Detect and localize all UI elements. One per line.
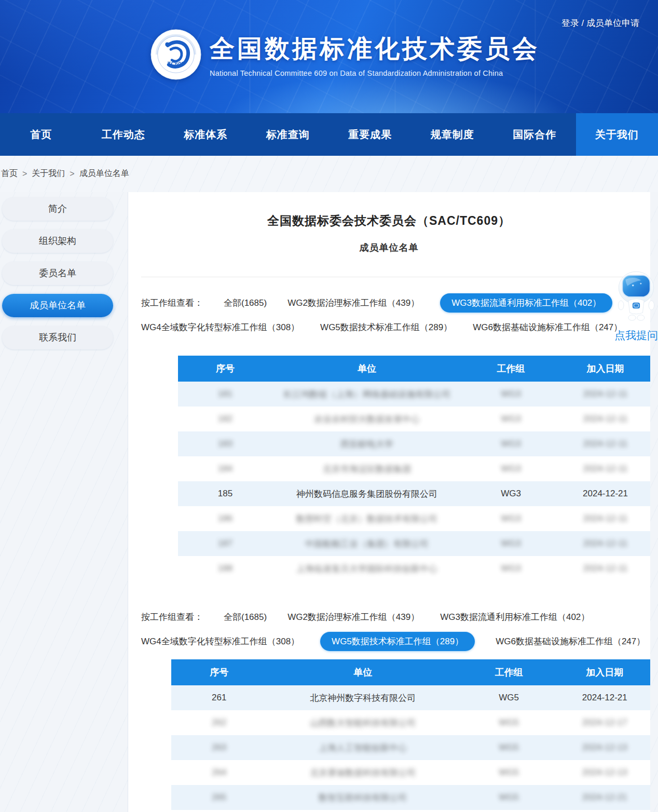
table-row: 187 中国船舶工业（集团）有限公司 WG3 2024-12-11 [178,531,650,556]
filter-wg3-active[interactable]: WG3数据流通利用标准工作组（402） [440,293,612,313]
cell-serial: 188 [178,563,272,574]
nav-item-achievements[interactable]: 重要成果 [329,113,412,156]
filter-line: WG4全域数字化转型标准工作组（308） WG5数据技术标准工作组（289） W… [141,631,637,651]
column-header-workgroup: 工作组 [461,362,560,375]
filter-wg3[interactable]: WG3数据流通利用标准工作组（402） [440,611,590,623]
table-row-highlight-261: 261 北京神州数字科技有限公司 WG5 2024-12-21 [171,685,650,710]
assistant-prompt-label[interactable]: 点我提问 [614,328,658,343]
cell-serial: 264 [171,767,267,778]
filter-wg6[interactable]: WG6数据基础设施标准工作组（247） [473,321,622,333]
cell-serial: 182 [178,414,272,424]
cell-join-date: 2024-12-11 [560,538,650,549]
filter-wg2[interactable]: WG2数据治理标准工作组（439） [287,611,419,623]
cell-serial: 186 [178,513,272,524]
nav-item-regulations[interactable]: 规章制度 [412,113,494,156]
table-row: 182 农业农村部大数据发展中心 WG3 2024-12-11 [178,407,650,431]
breadcrumb-about[interactable]: 关于我们 [32,168,65,179]
site-subtitle: National Technical Committee 609 on Data… [210,69,540,77]
breadcrumb-home[interactable]: 首页 [1,168,18,179]
cell-unit: 数慧时空（北京）数据技术有限公司 [272,513,461,525]
column-header-serial: 序号 [178,362,272,375]
assistant-widget[interactable]: 点我提问 [614,270,658,343]
nav-item-standard-system[interactable]: 标准体系 [164,113,247,156]
breadcrumb-separator: > [22,169,27,179]
nav-item-standard-search[interactable]: 标准查询 [247,113,330,156]
table-row: 264 北京赛迪数据科技有限公司 WG5 2024-12-13 [171,760,650,785]
breadcrumb: 首页 > 关于我们 > 成员单位名单 [0,156,658,192]
filter-all[interactable]: 全部(1685) [224,611,267,623]
column-header-workgroup: 工作组 [459,666,559,679]
nav-item-international[interactable]: 国际合作 [494,113,576,156]
sidebar-item-org-structure[interactable]: 组织架构 [2,229,113,253]
login-link[interactable]: 登录 / 成员单位申请 [561,17,639,29]
cell-workgroup: WG3 [461,389,560,399]
nav-item-work-news[interactable]: 工作动态 [83,113,165,156]
sidebar-item-intro[interactable]: 简介 [2,197,113,221]
cell-unit: 长江鸿数链（上海）网络基础设施有限公司 [272,388,461,400]
filter-wg2[interactable]: WG2数据治理标准工作组（439） [287,297,419,309]
sidebar-item-committee-list[interactable]: 委员名单 [2,262,113,285]
assistant-robot-icon[interactable] [615,270,657,324]
table-row: 181 长江鸿数链（上海）网络基础设施有限公司 WG3 2024-12-11 [178,382,650,407]
cell-serial: 183 [178,439,272,449]
cell-workgroup: WG5 [459,718,559,728]
cell-join-date: 2024-12-11 [560,464,650,474]
nav-item-home[interactable]: 首页 [0,113,83,156]
tc609-logo-icon[interactable]: TC609 [150,29,201,80]
cell-unit: 北京赛迪数据科技有限公司 [267,767,459,779]
cell-serial: 187 [178,538,272,549]
filter-all[interactable]: 全部(1685) [224,297,267,309]
cell-join-date: 2024-12-11 [560,439,650,449]
filter-line: 按工作组查看： 全部(1685) WG2数据治理标准工作组（439） WG3数据… [141,607,637,627]
cell-join-date: 2024-12-13 [559,767,650,778]
site-title: 全国数据标准化技术委员会 [210,32,540,65]
cell-join-date: 2024-12-11 [560,563,650,574]
cell-join-date: 2024-12-11 [560,513,650,524]
cell-unit: 北京神州数字科技有限公司 [267,692,459,704]
table-row: 265 数智互联科技有限公司 WG5 2024-12-21 [171,785,650,810]
page-title: 全国数据标委会技术委员会（SAC/TC609） [128,213,650,229]
cell-unit: 农业农村部大数据发展中心 [272,413,461,425]
main-panel: 全国数据标委会技术委员会（SAC/TC609） 成员单位名单 按工作组查看： 全… [128,192,650,812]
filter-wg5-active[interactable]: WG5数据技术标准工作组（289） [320,632,475,651]
cell-workgroup: WG3 [461,538,560,549]
cell-serial: 263 [171,742,267,753]
cell-unit: 上海人工智能创新中心 [267,742,459,754]
column-header-unit: 单位 [272,362,461,375]
svg-text:TC609: TC609 [168,61,184,67]
cell-workgroup: WG5 [459,767,559,778]
cell-serial: 265 [171,792,267,803]
cell-unit: 神州数码信息服务集团股份有限公司 [272,488,461,500]
column-header-serial: 序号 [171,666,267,679]
cell-serial: 185 [178,489,272,499]
breadcrumb-separator: > [70,169,74,179]
filter-wg6[interactable]: WG6数据基础设施标准工作组（247） [496,635,645,647]
filter-section-wg5: 按工作组查看： 全部(1685) WG2数据治理标准工作组（439） WG3数据… [128,581,650,651]
cell-join-date: 2024-12-21 [559,693,650,703]
sidebar: 简介 组织架构 委员名单 成员单位名单 联系我们 [2,197,113,358]
filter-wg4[interactable]: WG4全域数字化转型标准工作组（308） [141,635,299,647]
filter-wg4[interactable]: WG4全域数字化转型标准工作组（308） [141,321,299,333]
table-header-row: 序号 单位 工作组 加入日期 [171,659,650,685]
sidebar-item-member-units[interactable]: 成员单位名单 [2,294,113,317]
brand: TC609 全国数据标准化技术委员会 National Technical Co… [150,29,540,80]
cell-unit: 中国船舶工业（集团）有限公司 [272,538,461,550]
cell-unit: 山西数大智能科技有限公司 [267,717,459,729]
cell-join-date: 2024-12-17 [559,718,650,728]
cell-workgroup: WG3 [461,513,560,524]
cell-serial: 261 [171,693,267,703]
column-header-unit: 单位 [267,666,459,679]
member-table-wg5: 序号 单位 工作组 加入日期 261 北京神州数字科技有限公司 WG5 2024… [171,659,650,810]
filter-group-label: 按工作组查看： [141,611,203,623]
content-layout: 简介 组织架构 委员名单 成员单位名单 联系我们 全国数据标委会技术委员会（SA… [0,192,658,812]
main-nav: 首页 工作动态 标准体系 标准查询 重要成果 规章制度 国际合作 关于我们 [0,113,658,156]
filter-wg5[interactable]: WG5数据技术标准工作组（289） [320,321,452,333]
sidebar-item-contact-us[interactable]: 联系我们 [2,326,113,349]
nav-item-about-us[interactable]: 关于我们 [576,113,658,156]
cell-workgroup: WG5 [459,742,559,753]
table-row: 184 北京市海淀区数据集团 WG3 2024-12-11 [178,456,650,481]
cell-workgroup: WG3 [461,563,560,574]
cell-serial: 181 [178,389,272,399]
breadcrumb-member-list[interactable]: 成员单位名单 [79,168,129,179]
cell-workgroup: WG3 [461,464,560,474]
